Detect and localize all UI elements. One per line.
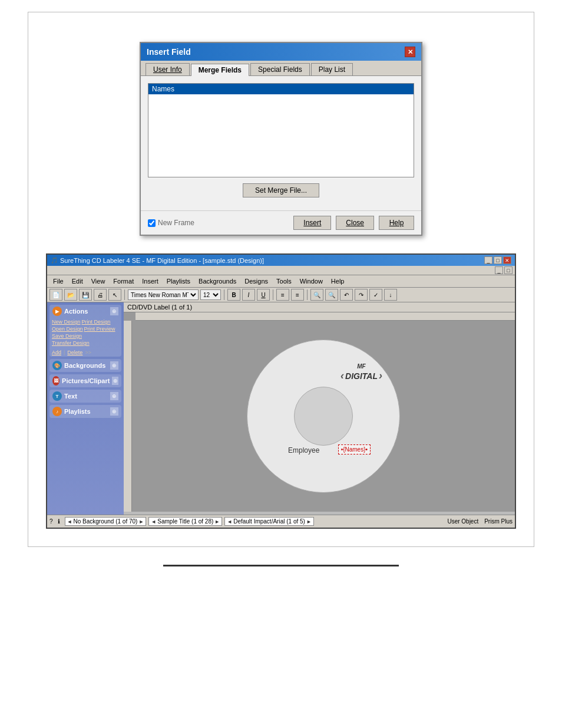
link-add[interactable]: Add: [52, 350, 61, 355]
sidebar-pictures-label: Pictures/Clipart: [62, 377, 110, 384]
canvas-area: CD/DVD Label (1 of 1): [124, 302, 515, 515]
menu-window[interactable]: Window: [296, 276, 326, 286]
maximize-button[interactable]: □: [494, 256, 502, 264]
sidebar-actions-header[interactable]: ▶ Actions ⊕: [49, 305, 121, 318]
set-merge-file-button[interactable]: Set Merge File...: [243, 183, 319, 197]
tab-user-info[interactable]: User Info: [146, 63, 190, 75]
toolbar-sep-4: [307, 289, 308, 300]
bg-prev[interactable]: ◄: [67, 519, 72, 525]
link-print-design[interactable]: Print Design: [82, 319, 111, 325]
tab-play-list[interactable]: Play List: [311, 63, 353, 75]
zoom-in[interactable]: 🔍: [310, 289, 323, 301]
title-next[interactable]: ►: [214, 519, 220, 525]
canvas-label: CD/DVD Label (1 of 1): [124, 302, 515, 312]
app-icon: 🎵: [51, 257, 58, 263]
menu-backgrounds[interactable]: Backgrounds: [195, 276, 240, 286]
toolbar-open[interactable]: 📂: [64, 289, 77, 301]
menu-tools[interactable]: Tools: [273, 276, 295, 286]
font-nav: ◄ Default Impact/Arial (1 of 5) ►: [224, 517, 314, 526]
bold-button[interactable]: B: [227, 289, 240, 301]
actions-expand[interactable]: ⊕: [110, 307, 118, 315]
text-expand[interactable]: ⊕: [110, 392, 118, 400]
menu-playlists[interactable]: Playlists: [163, 276, 194, 286]
link-save-design[interactable]: Save Design: [52, 333, 82, 339]
menu-edit[interactable]: Edit: [68, 276, 87, 286]
underline-button[interactable]: U: [257, 289, 270, 301]
menu-view[interactable]: View: [88, 276, 109, 286]
menu-help[interactable]: Help: [328, 276, 348, 286]
sidebar-text-header[interactable]: T Text ⊕: [49, 390, 121, 403]
canvas-content[interactable]: MF ‹ DIGITAL › Employee: [124, 312, 515, 512]
tab-merge-fields[interactable]: Merge Fields: [191, 64, 249, 76]
help-button[interactable]: Help: [379, 216, 414, 230]
close-button[interactable]: Close: [336, 216, 374, 230]
minimize-button[interactable]: _: [484, 256, 492, 264]
menu-designs[interactable]: Designs: [241, 276, 272, 286]
sidebar-section-pictures: 🖼 Pictures/Clipart ⊕: [49, 374, 121, 387]
sidebar-actions-label: Actions: [64, 308, 88, 315]
download[interactable]: ↓: [384, 289, 397, 301]
tab-special-fields[interactable]: Special Fields: [250, 63, 310, 75]
undo[interactable]: ↶: [340, 289, 353, 301]
sub-restore-button[interactable]: □: [504, 266, 513, 274]
sidebar-section-text: T Text ⊕: [49, 390, 121, 403]
insert-button[interactable]: Insert: [293, 216, 331, 230]
app-toolbar: 📄 📂 💾 🖨 ↖ Times New Roman MT 12 B I U ≡ …: [47, 288, 515, 302]
close-app-button[interactable]: ✕: [503, 256, 511, 264]
pictures-icon: 🖼: [52, 376, 59, 386]
font-label: Default Impact/Arial (1 of 5): [233, 518, 305, 525]
names-merge-field[interactable]: •{Names}•: [338, 444, 371, 454]
logo-digital: DIGITAL: [345, 371, 378, 381]
backgrounds-expand[interactable]: ⊕: [110, 361, 118, 370]
toolbar-new[interactable]: 📄: [49, 289, 62, 301]
sidebar-playlists-header[interactable]: ♪ Playlists ⊕: [49, 405, 121, 418]
sidebar-backgrounds-header[interactable]: 🎨 Backgrounds ⊕: [49, 359, 121, 372]
size-select[interactable]: 12: [200, 289, 221, 300]
merge-fields-list[interactable]: Names: [148, 83, 414, 177]
list-item-names[interactable]: Names: [148, 84, 414, 94]
menu-format[interactable]: Format: [110, 276, 137, 286]
sidebar-backgrounds-label: Backgrounds: [64, 362, 105, 369]
font-prev[interactable]: ◄: [227, 519, 232, 525]
app-window-buttons: _ □ ✕: [484, 256, 511, 264]
sidebar-section-playlists: ♪ Playlists ⊕: [49, 405, 121, 418]
toolbar-save[interactable]: 💾: [79, 289, 92, 301]
app-window: 🎵 SureThing CD Labeler 4 SE - MF Digital…: [46, 253, 516, 529]
playlists-expand[interactable]: ⊕: [110, 407, 118, 416]
dialog-body: Names Set Merge File...: [141, 76, 421, 210]
link-transfer-design[interactable]: Transfer Design: [52, 340, 90, 346]
sidebar-add-delete: Add | Delete >>: [49, 348, 121, 357]
link-new-design[interactable]: New Design: [52, 319, 81, 325]
page-container: Insert Field ✕ User Info Merge Fields Sp…: [0, 0, 562, 728]
dialog-close-button[interactable]: ✕: [405, 47, 415, 57]
app-title: SureThing CD Labeler 4 SE - MF Digital E…: [60, 257, 264, 264]
link-print-preview[interactable]: Print Preview: [84, 326, 115, 332]
menu-file[interactable]: File: [49, 276, 67, 286]
new-frame-checkbox-area: New Frame: [148, 219, 289, 227]
align-center[interactable]: ≡: [291, 289, 304, 301]
app-titlebar: 🎵 SureThing CD Labeler 4 SE - MF Digital…: [47, 255, 515, 266]
link-delete[interactable]: Delete: [67, 350, 82, 355]
redo[interactable]: ↷: [355, 289, 368, 301]
sidebar-pictures-header[interactable]: 🖼 Pictures/Clipart ⊕: [49, 374, 121, 387]
toolbar-cursor[interactable]: ↖: [108, 289, 121, 301]
logo-chevron-left: ‹: [340, 370, 344, 382]
pictures-expand[interactable]: ⊕: [112, 377, 118, 385]
new-frame-checkbox[interactable]: [148, 219, 156, 227]
spell[interactable]: ✓: [369, 289, 382, 301]
menu-insert[interactable]: Insert: [138, 276, 162, 286]
bg-next[interactable]: ►: [138, 519, 144, 525]
font-select[interactable]: Times New Roman MT: [128, 289, 199, 300]
font-next[interactable]: ►: [306, 519, 312, 525]
italic-button[interactable]: I: [242, 289, 255, 301]
link-open-design[interactable]: Open Design: [52, 326, 83, 332]
title-nav: ◄ Sample Title (1 of 28) ►: [148, 517, 222, 526]
toolbar-print[interactable]: 🖨: [94, 289, 107, 301]
zoom-out[interactable]: 🔍: [325, 289, 338, 301]
sub-minimize-button[interactable]: _: [495, 266, 503, 274]
title-prev[interactable]: ◄: [151, 519, 156, 525]
prism-plus-label: Prism Plus: [484, 518, 513, 525]
insert-field-dialog: Insert Field ✕ User Info Merge Fields Sp…: [140, 42, 422, 236]
align-left[interactable]: ≡: [276, 289, 289, 301]
ruler-left: [124, 321, 132, 512]
